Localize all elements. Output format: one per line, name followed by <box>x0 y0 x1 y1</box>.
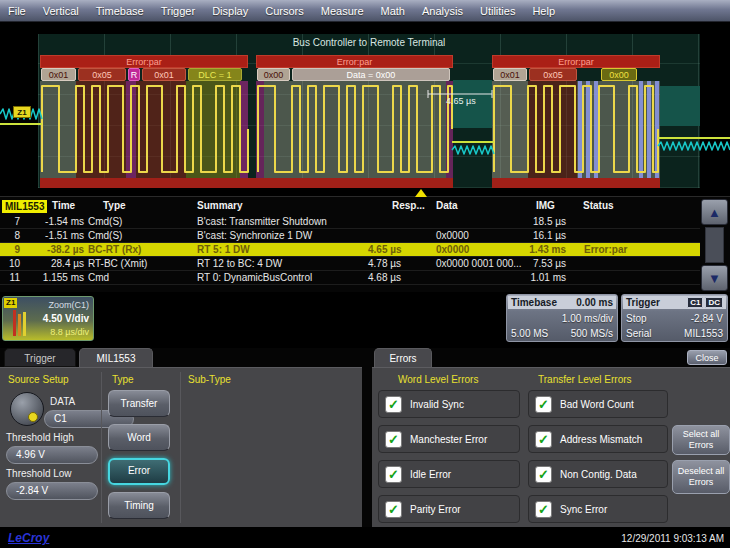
menu-item-file[interactable]: File <box>8 5 26 17</box>
thumbnail-bar <box>18 314 21 336</box>
checkbox-checked-icon[interactable]: ✓ <box>385 501 402 518</box>
trigger-label: Trigger <box>626 297 660 308</box>
error-checkbox-bad-word-count[interactable]: ✓ Bad Word Count <box>528 390 668 418</box>
menu-item-utilities[interactable]: Utilities <box>480 5 515 17</box>
error-checkbox-parity[interactable]: ✓ Parity Error <box>378 495 520 523</box>
menu-item-display[interactable]: Display <box>212 5 248 17</box>
column-header-img: IMG <box>536 200 555 213</box>
close-button[interactable]: Close <box>687 350 727 365</box>
menu-item-measure[interactable]: Measure <box>321 5 364 17</box>
error-checkbox-idle[interactable]: ✓ Idle Error <box>378 460 520 488</box>
checkbox-checked-icon[interactable]: ✓ <box>385 396 402 413</box>
tab-mil1553[interactable]: MIL1553 <box>79 348 153 367</box>
knob-data-label: DATA <box>50 396 75 407</box>
checkbox-checked-icon[interactable]: ✓ <box>385 431 402 448</box>
menu-item-cursors[interactable]: Cursors <box>265 5 304 17</box>
row-status <box>548 271 698 285</box>
deselect-all-errors-button[interactable]: Deselect all Errors <box>672 460 730 494</box>
trigger-kind: Serial <box>626 328 652 339</box>
type-button-transfer[interactable]: Transfer <box>108 390 170 417</box>
setup-dialog: Trigger MIL1553 Errors Close Source Setu… <box>0 348 730 527</box>
row-resp <box>368 229 432 243</box>
row-status <box>548 257 698 271</box>
zoom-tdiv-value: 8.8 µs/div <box>50 327 89 337</box>
table-row-selected[interactable]: 9 -38.2 µs BC-RT (Rx) RT 5: 1 DW 4.65 µs… <box>0 243 700 257</box>
type-heading: Type <box>112 374 134 385</box>
row-index: 9 <box>0 243 20 257</box>
scroll-track[interactable] <box>705 227 724 263</box>
checkbox-checked-icon[interactable]: ✓ <box>535 466 552 483</box>
column-header-time: Time <box>52 200 75 213</box>
timebase-rate: 500 MS/s <box>571 328 613 339</box>
row-index: 11 <box>0 271 20 285</box>
checkbox-label: Address Mismatch <box>560 434 642 445</box>
error-checkbox-invalid-sync[interactable]: ✓ Invalid Sync <box>378 390 520 418</box>
row-resp: 4.78 µs <box>368 257 432 271</box>
decode-field: 0x05 <box>78 68 126 81</box>
threshold-high-field[interactable]: 4.96 V <box>6 446 98 464</box>
checkbox-checked-icon[interactable]: ✓ <box>535 431 552 448</box>
menu-item-timebase[interactable]: Timebase <box>96 5 144 17</box>
table-row[interactable]: 10 28.4 µs RT-BC (Xmit) RT 12 to BC: 4 D… <box>0 257 700 271</box>
table-row[interactable]: 7 -1.54 ms Cmd(S) B'cast: Transmitter Sh… <box>0 215 700 229</box>
row-type: Cmd(S) <box>88 215 194 229</box>
trigger-descriptor[interactable]: Trigger C1 DC Stop -2.84 V Serial MIL155… <box>621 294 728 342</box>
row-type: RT-BC (Xmit) <box>88 257 194 271</box>
divider <box>180 372 181 523</box>
zoom-trace-tag[interactable]: Z1 <box>13 106 31 118</box>
zoom-vdiv-value: 4.50 V/div <box>43 313 89 324</box>
row-summary: RT 0: DynamicBusControl <box>197 271 367 285</box>
trigger-position-icon[interactable] <box>415 189 427 197</box>
table-row[interactable]: 11 1.155 ms Cmd RT 0: DynamicBusControl … <box>0 271 700 285</box>
scroll-down-icon[interactable]: ▼ <box>701 265 728 291</box>
error-checkbox-non-contig-data[interactable]: ✓ Non Contig. Data <box>528 460 668 488</box>
checkbox-checked-icon[interactable]: ✓ <box>385 466 402 483</box>
table-row[interactable]: 8 -1.51 ms Cmd(S) B'cast: Synchronize 1 … <box>0 229 700 243</box>
scroll-up-icon[interactable]: ▲ <box>701 199 728 225</box>
table-protocol-label: MIL1553 <box>2 200 47 213</box>
descriptor-row: Z1 Zoom(C1) 4.50 V/div 8.8 µs/div Timeba… <box>0 292 730 348</box>
threshold-knob[interactable] <box>10 392 44 426</box>
tab-trigger[interactable]: Trigger <box>4 348 76 367</box>
checkbox-label: Non Contig. Data <box>560 469 637 480</box>
select-all-errors-button[interactable]: Select all Errors <box>672 425 730 455</box>
decode-field: R <box>128 68 140 81</box>
error-checkbox-manchester[interactable]: ✓ Manchester Error <box>378 425 520 453</box>
row-time: -1.51 ms <box>24 229 84 243</box>
threshold-low-field[interactable]: -2.84 V <box>6 482 98 500</box>
table-scrollbar[interactable]: ▲ ▼ <box>701 199 728 291</box>
zoom-descriptor[interactable]: Z1 Zoom(C1) 4.50 V/div 8.8 µs/div <box>2 296 94 341</box>
decode-field: 0x01 <box>142 68 186 81</box>
checkbox-checked-icon[interactable]: ✓ <box>535 501 552 518</box>
tab-errors[interactable]: Errors <box>374 348 432 367</box>
row-status <box>548 215 698 229</box>
row-time: -1.54 ms <box>24 215 84 229</box>
checkbox-label: Manchester Error <box>410 434 487 445</box>
menu-item-vertical[interactable]: Vertical <box>43 5 79 17</box>
timebase-samples: 5.00 MS <box>511 328 548 339</box>
timebase-label: Timebase <box>511 297 557 308</box>
errors-panel: Word Level Errors Transfer Level Errors … <box>372 367 730 527</box>
trigger-coupling-badge: DC <box>705 297 723 308</box>
error-checkbox-sync-error[interactable]: ✓ Sync Error <box>528 495 668 523</box>
checkbox-label: Parity Error <box>410 504 461 515</box>
waveform-area: Bus Controller to Remote Terminal Error:… <box>0 22 730 194</box>
menu-item-math[interactable]: Math <box>381 5 405 17</box>
type-button-timing[interactable]: Timing <box>108 492 170 519</box>
type-button-word[interactable]: Word <box>108 424 170 451</box>
row-time: 28.4 µs <box>24 257 84 271</box>
error-checkbox-address-mismatch[interactable]: ✓ Address Mismatch <box>528 425 668 453</box>
mil1553-setup-panel: Source Setup DATA C1 Threshold High 4.96… <box>0 367 362 527</box>
menu-item-analysis[interactable]: Analysis <box>422 5 463 17</box>
menu-item-help[interactable]: Help <box>532 5 555 17</box>
row-resp: 4.68 µs <box>368 271 432 285</box>
type-button-error[interactable]: Error <box>108 458 170 485</box>
source-setup-heading: Source Setup <box>8 374 69 385</box>
zoom-descriptor-tab: Z1 <box>4 298 17 308</box>
checkbox-checked-icon[interactable]: ✓ <box>535 396 552 413</box>
timebase-descriptor[interactable]: Timebase 0.00 ms 1.00 ms/div 5.00 MS 500… <box>506 294 618 342</box>
menu-item-trigger[interactable]: Trigger <box>161 5 195 17</box>
datetime-label: 12/29/2011 9:03:13 AM <box>621 533 724 544</box>
thumbnail-bar <box>13 310 16 336</box>
lecroy-logo: LeCroy <box>8 531 49 545</box>
